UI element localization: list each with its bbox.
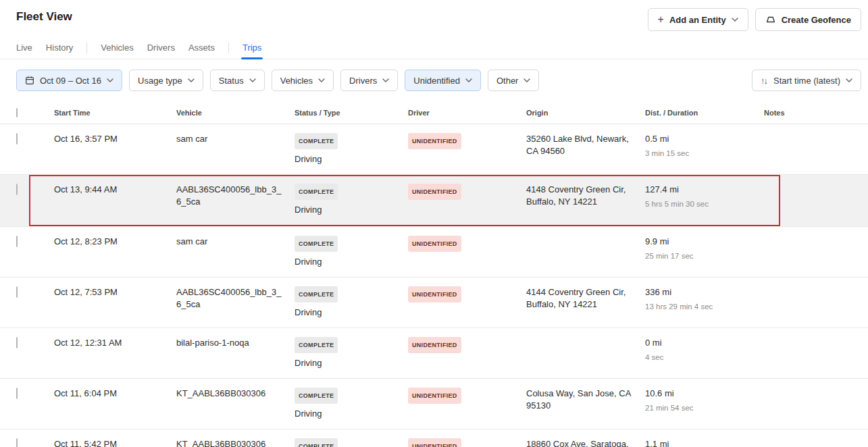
trips-table: Start Time Vehicle Status / Type Driver … — [0, 102, 868, 447]
table-row[interactable]: Oct 12, 7:53 PM AABL36SC400056_lbb_3_6_5… — [0, 278, 868, 328]
create-geofence-button[interactable]: Create Geofence — [755, 8, 861, 31]
status-badge: COMPLETE — [295, 133, 338, 149]
row-checkbox[interactable] — [16, 236, 18, 247]
drivers-filter[interactable]: Drivers — [340, 70, 398, 91]
trip-start-time: Oct 12, 8:23 PM — [54, 236, 176, 277]
chevron-down-icon — [846, 78, 852, 82]
column-header-driver: Driver — [408, 109, 526, 117]
trip-origin: 4144 Coventry Green Cir, Buffalo, NY 142… — [526, 286, 645, 327]
trip-vehicle: sam car — [176, 133, 295, 174]
select-all-checkbox[interactable] — [16, 108, 18, 117]
date-range-filter[interactable]: Oct 09 – Oct 16 — [16, 70, 122, 91]
trip-origin — [526, 337, 645, 378]
vehicles-filter[interactable]: Vehicles — [272, 70, 334, 91]
column-header-dist-duration: Dist. / Duration — [645, 109, 764, 117]
trip-distance: 10.6 mi — [645, 388, 764, 400]
trip-origin: 4148 Coventry Green Cir, Buffalo, NY 142… — [526, 184, 645, 226]
trip-type: Driving — [295, 408, 408, 420]
trip-start-time: Oct 13, 9:44 AM — [54, 184, 176, 226]
row-checkbox[interactable] — [16, 337, 18, 348]
calendar-icon — [25, 76, 34, 85]
sort-button[interactable]: ↑↓ Start time (latest) — [752, 70, 861, 91]
unidentified-filter[interactable]: Unidentified — [405, 70, 481, 91]
row-checkbox[interactable] — [16, 184, 18, 195]
vehicles-filter-label: Vehicles — [280, 76, 313, 86]
row-checkbox[interactable] — [16, 286, 18, 298]
status-badge: COMPLETE — [295, 236, 338, 252]
trip-distance: 1.1 mi — [645, 438, 764, 447]
driver-badge: UNIDENTIFIED — [408, 184, 461, 200]
other-filter-label: Other — [496, 76, 519, 86]
date-range-label: Oct 09 – Oct 16 — [40, 76, 101, 86]
top-bar: Fleet View + Add an Entity Create Geofen… — [0, 0, 868, 31]
chevron-down-icon — [382, 78, 389, 82]
table-row[interactable]: Oct 16, 3:57 PM sam car COMPLETE Driving… — [0, 124, 868, 175]
tab-trips[interactable]: Trips — [242, 36, 261, 59]
add-entity-button[interactable]: + Add an Entity — [648, 8, 748, 31]
tab-drivers[interactable]: Drivers — [147, 36, 175, 59]
trip-origin: 35260 Lake Blvd, Newark, CA 94560 — [526, 133, 645, 174]
table-row[interactable]: Oct 12, 12:31 AM bilal-pariso-1-noqa COM… — [0, 328, 868, 379]
trip-notes — [764, 133, 868, 174]
usage-type-filter[interactable]: Usage type — [129, 70, 203, 91]
row-checkbox[interactable] — [16, 133, 18, 144]
trip-origin: 18860 Cox Ave, Saratoga, — [526, 438, 645, 447]
driver-badge: UNIDENTIFIED — [408, 133, 461, 149]
driver-badge: UNIDENTIFIED — [408, 236, 461, 252]
trip-vehicle: bilal-pariso-1-noqa — [176, 337, 295, 378]
status-badge: COMPLETE — [295, 388, 338, 404]
trip-start-time: Oct 12, 7:53 PM — [54, 286, 176, 327]
column-header-vehicle: Vehicle — [176, 109, 295, 117]
chevron-down-icon — [732, 18, 738, 22]
table-header: Start Time Vehicle Status / Type Driver … — [0, 102, 868, 124]
tab-assets[interactable]: Assets — [188, 36, 215, 59]
status-badge: COMPLETE — [295, 184, 338, 200]
tab-history[interactable]: History — [46, 36, 73, 59]
status-filter[interactable]: Status — [210, 70, 265, 91]
trip-start-time: Oct 12, 12:31 AM — [54, 337, 176, 378]
filter-bar: Oct 09 – Oct 16 Usage type Status Vehicl… — [0, 59, 868, 91]
chevron-down-icon — [465, 78, 472, 82]
chevron-down-icon — [318, 78, 325, 82]
status-badge: COMPLETE — [295, 438, 338, 447]
trip-type: Driving — [295, 204, 408, 216]
tab-live[interactable]: Live — [16, 36, 32, 59]
trip-type: Driving — [295, 256, 408, 268]
table-row[interactable]: Oct 11, 5:42 PM KT_AABL36BB030306 COMPLE… — [0, 429, 868, 447]
trip-vehicle: KT_AABL36BB030306 — [176, 388, 295, 429]
trip-duration: 4 sec — [645, 351, 764, 363]
row-checkbox[interactable] — [16, 388, 18, 399]
driver-badge: UNIDENTIFIED — [408, 388, 461, 404]
column-header-status-type: Status / Type — [295, 109, 408, 117]
trip-notes — [764, 236, 868, 277]
geofence-icon — [765, 15, 776, 24]
tab-bar: Live History Vehicles Drivers Assets Tri… — [0, 36, 868, 59]
unidentified-filter-label: Unidentified — [413, 76, 460, 86]
trip-origin — [526, 236, 645, 277]
table-row[interactable]: Oct 11, 6:04 PM KT_AABL36BB030306 COMPLE… — [0, 379, 868, 429]
tab-separator — [86, 43, 87, 53]
trip-distance: 0 mi — [645, 337, 764, 349]
table-row[interactable]: Oct 12, 8:23 PM sam car COMPLETE Driving… — [0, 227, 868, 278]
drivers-filter-label: Drivers — [349, 76, 377, 86]
row-checkbox[interactable] — [16, 438, 18, 447]
trip-vehicle: AABL36SC400056_lbb_3_6_5ca — [176, 184, 295, 226]
chevron-down-icon — [249, 78, 256, 82]
status-badge: COMPLETE — [295, 286, 338, 303]
trip-origin: Colusa Way, San Jose, CA 95130 — [526, 388, 645, 429]
trip-duration: 3 min 15 sec — [645, 147, 764, 159]
page-title: Fleet View — [16, 8, 72, 24]
status-badge: COMPLETE — [295, 337, 338, 353]
trip-duration: 5 hrs 5 min 30 sec — [645, 198, 764, 210]
tab-vehicles[interactable]: Vehicles — [101, 36, 133, 59]
column-header-notes: Notes — [764, 109, 868, 117]
trip-notes — [764, 184, 868, 226]
tab-separator — [228, 43, 229, 53]
trip-vehicle: AABL36SC400056_lbb_3_6_5ca — [176, 286, 295, 327]
chevron-down-icon — [188, 78, 195, 82]
trip-start-time: Oct 11, 5:42 PM — [54, 438, 176, 447]
trip-duration: 21 min 54 sec — [645, 402, 764, 414]
other-filter[interactable]: Other — [488, 70, 540, 91]
trip-vehicle: KT_AABL36BB030306 — [176, 438, 295, 447]
table-row-highlighted[interactable]: Oct 13, 9:44 AM AABL36SC400056_lbb_3_6_5… — [0, 175, 868, 227]
